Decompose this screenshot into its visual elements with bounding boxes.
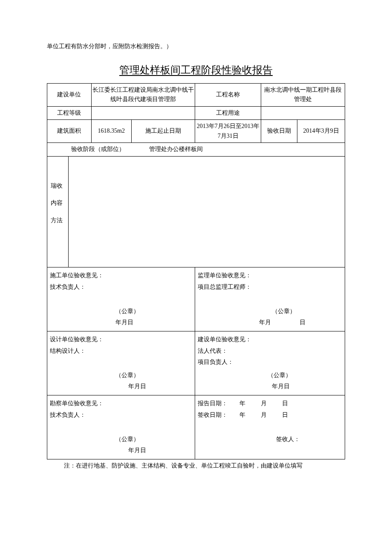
- sig-builder-l1: 建设单位验收意见：: [198, 334, 342, 346]
- label-builder-unit: 建设单位: [47, 84, 92, 107]
- content-row: 瑞收 内容 方法: [47, 156, 345, 267]
- value-stage: 管理处办公楼样板间: [148, 142, 345, 156]
- label-project-use: 工程用途: [195, 106, 261, 119]
- sig-builder: 建设单位验收意见： 法人代表： 项目负责人： （公章） 年月日: [195, 331, 345, 395]
- sig-survey: 勘察单位验收意见： 技术负责人： （公章） 年月日: [47, 395, 195, 459]
- sig-design-l1: 设计单位验收意见：: [50, 334, 192, 346]
- content-line-2: 内容: [51, 198, 65, 208]
- sig-design-seal: （公章）: [115, 370, 195, 381]
- sig-recipient: 签收人：: [276, 434, 345, 445]
- label-stage: 验收阶段（或部位）: [47, 142, 149, 156]
- label-accept-date: 验收日期: [261, 120, 297, 143]
- sig-construction: 施工单位验收意见： 技术负责人： （公章） 年月日: [47, 267, 195, 331]
- sig-survey-date: 年月日: [115, 445, 195, 456]
- sig-survey-l1: 勘察单位验收意见：: [50, 398, 192, 410]
- sig-design-l2: 结构设计人：: [50, 346, 192, 357]
- sig-construction-date: 年月日: [115, 317, 195, 328]
- value-accept-date: 2014年3月9日: [297, 120, 345, 143]
- header-row-2: 工程等级 工程用途: [47, 106, 345, 119]
- content-line-1: 瑞收: [51, 181, 65, 191]
- sig-supervisor-date: 年月 日: [259, 317, 345, 328]
- label-area: 建筑面积: [47, 120, 92, 143]
- sig-builder-l3: 项目负责人：: [198, 357, 342, 368]
- footnote: 注：在进行地基、防护设施、主体结构、设备专业、单位工程竣工自验时，由建设单位填写: [47, 462, 345, 470]
- sig-builder-date: 年月日: [259, 381, 345, 392]
- label-const-dates: 施工起止日期: [131, 120, 195, 143]
- sig-survey-l2: 技术负责人：: [50, 410, 192, 421]
- value-project-use: [261, 106, 345, 119]
- sig-row-1: 施工单位验收意见： 技术负责人： （公章） 年月日 监理单位验收意见： 项目总监…: [47, 267, 345, 331]
- header-row-1: 建设单位 长江委长江工程建设局南水北调中线干线叶县段代建项目管理部 工程名称 南…: [47, 84, 345, 107]
- sig-supervisor-seal: （公章）: [259, 306, 345, 317]
- label-project-name: 工程名称: [195, 84, 261, 107]
- report-table: 建设单位 长江委长江工程建设局南水北调中线干线叶县段代建项目管理部 工程名称 南…: [47, 83, 345, 459]
- value-builder-unit: 长江委长江工程建设局南水北调中线干线叶县段代建项目管理部: [91, 84, 195, 107]
- label-project-grade: 工程等级: [47, 106, 92, 119]
- value-project-name: 南水北调中线一期工程叶县段管理处: [261, 84, 345, 107]
- sig-survey-seal: （公章）: [115, 434, 195, 445]
- report-date: 报告日期： 年 月 日: [198, 398, 342, 410]
- content-label-cell: 瑞收 内容 方法: [47, 156, 69, 267]
- sig-construction-l2: 技术负责人：: [50, 282, 192, 293]
- sig-row-3: 勘察单位验收意见： 技术负责人： （公章） 年月日 报告日期： 年 月 日 签收…: [47, 395, 345, 459]
- value-project-grade: [91, 106, 195, 119]
- sig-report: 报告日期： 年 月 日 签收日期： 年 月 日 签收人：: [195, 395, 345, 459]
- sig-builder-seal: （公章）: [259, 370, 345, 381]
- value-area: 1618.35m2: [91, 120, 131, 143]
- report-title: 管理处样板间工程阶段性验收报告: [47, 63, 345, 77]
- sig-design: 设计单位验收意见： 结构设计人： （公章） 年月日: [47, 331, 195, 395]
- header-row-3: 建筑面积 1618.35m2 施工起止日期 2013年7月26日至2013年7月…: [47, 120, 345, 143]
- value-const-dates: 2013年7月26日至2013年7月31日: [195, 120, 261, 143]
- sig-builder-l2: 法人代表：: [198, 346, 342, 357]
- sig-supervisor-l2: 项目总监理工程师：: [198, 282, 342, 293]
- sign-date: 签收日期： 年 月 日: [198, 410, 342, 421]
- sig-construction-seal: （公章）: [115, 306, 195, 317]
- preamble-text: 单位工程有防水分部时，应附防水检测报告。）: [47, 43, 345, 50]
- sig-construction-l1: 施工单位验收意见：: [50, 270, 192, 282]
- content-line-3: 方法: [51, 216, 65, 225]
- sig-design-date: 年月日: [115, 381, 195, 392]
- stage-row: 验收阶段（或部位） 管理处办公楼样板间: [47, 142, 345, 156]
- sig-supervisor-l1: 监理单位验收意见：: [198, 270, 342, 282]
- sig-supervisor: 监理单位验收意见： 项目总监理工程师： （公章） 年月 日: [195, 267, 345, 331]
- sig-row-2: 设计单位验收意见： 结构设计人： （公章） 年月日 建设单位验收意见： 法人代表…: [47, 331, 345, 395]
- content-body-cell: [68, 156, 345, 267]
